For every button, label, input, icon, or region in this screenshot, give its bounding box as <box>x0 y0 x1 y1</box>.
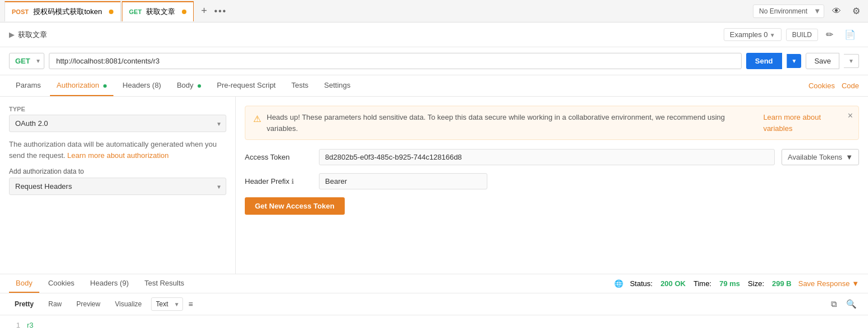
alert-icon: ⚠ <box>253 112 261 126</box>
cookies-link[interactable]: Cookies <box>808 82 835 90</box>
auth-learn-more-link[interactable]: Learn more about authorization <box>67 151 169 160</box>
body-dot <box>198 84 201 88</box>
search-icon-button[interactable]: 🔍 <box>844 297 859 311</box>
type-label: TYPE <box>9 106 226 112</box>
send-dropdown-button[interactable]: ▼ <box>787 54 802 68</box>
available-tokens-chevron-icon: ▼ <box>846 153 853 161</box>
header-prefix-info-icon[interactable]: ℹ <box>291 178 294 185</box>
send-button[interactable]: Send <box>746 53 782 69</box>
tab-get-dot <box>182 10 186 14</box>
environment-select[interactable]: No Environment <box>753 4 824 18</box>
request-title-arrow: ▶ <box>9 30 15 39</box>
type-select-wrapper[interactable]: OAuth 2.0 ▼ <box>9 115 226 132</box>
settings-icon-button[interactable]: ⚙ <box>849 3 864 19</box>
tab-params[interactable]: Params <box>9 75 48 96</box>
code-line-1: 1 r3 <box>9 321 859 329</box>
bottom-tab-cookies[interactable]: Cookies <box>42 274 81 293</box>
eye-icon-button[interactable]: 👁 <box>829 4 844 19</box>
code-area: 1 r3 <box>0 315 868 335</box>
header-prefix-input[interactable] <box>319 173 487 189</box>
bottom-tab-test-results[interactable]: Test Results <box>138 274 191 293</box>
tab-body[interactable]: Body <box>170 75 208 96</box>
tab-headers[interactable]: Headers (8) <box>116 75 168 96</box>
tab-add-button[interactable]: + <box>195 2 213 20</box>
add-to-select-wrapper[interactable]: Request Headers ▼ <box>9 178 226 195</box>
status-value: 200 OK <box>660 279 686 288</box>
edit-icon-button[interactable]: ✏ <box>823 27 837 42</box>
tab-get[interactable]: GET 获取文章 <box>122 1 194 21</box>
preview-button[interactable]: Preview <box>71 298 106 310</box>
title-right-actions: Examples 0 ▼ BUILD ✏ 📄 <box>724 27 859 42</box>
available-tokens-label: Available Tokens <box>788 153 842 161</box>
method-select[interactable]: GET <box>9 53 44 69</box>
pretty-button[interactable]: Pretty <box>9 298 39 310</box>
request-title: 获取文章 <box>18 30 724 40</box>
auth-left-panel: TYPE OAuth 2.0 ▼ The authorization data … <box>0 97 236 274</box>
tab-authorization[interactable]: Authorization <box>50 75 114 96</box>
url-input[interactable] <box>49 53 742 69</box>
size-value: 299 B <box>772 279 792 288</box>
add-to-label: Add authorization data to <box>9 168 226 175</box>
alert-space <box>756 112 758 123</box>
tab-prerequest[interactable]: Pre-request Script <box>210 75 282 96</box>
copy-icon-button[interactable]: ⧉ <box>829 297 839 311</box>
wrap-icon[interactable]: ≡ <box>186 297 195 311</box>
tab-tests[interactable]: Tests <box>285 75 315 96</box>
save-response-label: Save Response <box>798 279 850 288</box>
alert-text: Heads up! These parameters hold sensitiv… <box>267 112 750 134</box>
environment-selector[interactable]: No Environment ▼ <box>753 4 824 18</box>
build-button[interactable]: BUILD <box>786 29 818 41</box>
url-bar: GET ▼ Send ▼ Save ▼ <box>0 47 868 75</box>
header-prefix-label-text: Header Prefix <box>245 177 289 185</box>
tab-settings[interactable]: Settings <box>317 75 357 96</box>
size-label: Size: <box>748 279 764 288</box>
alert-box: ⚠ Heads up! These parameters hold sensit… <box>245 106 859 140</box>
bottom-tab-headers[interactable]: Headers (9) <box>84 274 136 293</box>
tab-get-title: 获取文章 <box>146 7 175 17</box>
text-format-wrapper[interactable]: Text ▼ <box>151 297 183 311</box>
examples-count-badge: 0 <box>764 30 768 39</box>
request-tabs: Params Authorization Headers (8) Body Pr… <box>0 75 868 97</box>
tab-post-dot <box>109 10 113 14</box>
save-response-dropdown-icon: ▼ <box>852 279 859 288</box>
header-prefix-label: Header Prefix ℹ <box>245 177 312 185</box>
visualize-button[interactable]: Visualize <box>109 298 148 310</box>
tab-more-button[interactable]: ••• <box>214 6 227 16</box>
tab-post-method: POST <box>12 8 29 15</box>
main-content: TYPE OAuth 2.0 ▼ The authorization data … <box>0 97 868 274</box>
save-button[interactable]: Save <box>806 53 839 69</box>
bottom-section: Body Cookies Headers (9) Test Results 🌐 … <box>0 274 868 335</box>
bottom-tab-body[interactable]: Body <box>9 274 39 293</box>
tab-bar: POST 授权码模式获取token GET 获取文章 + ••• No Envi… <box>0 0 868 22</box>
examples-label: Examples <box>730 30 762 39</box>
globe-icon: 🌐 <box>614 279 623 288</box>
response-icons: ⧉ 🔍 <box>829 297 859 311</box>
text-format-select[interactable]: Text <box>151 297 183 311</box>
examples-button[interactable]: Examples 0 ▼ <box>724 28 782 41</box>
available-tokens-button[interactable]: Available Tokens ▼ <box>782 149 859 165</box>
type-select[interactable]: OAuth 2.0 <box>9 115 226 132</box>
add-to-select[interactable]: Request Headers <box>9 178 226 195</box>
tab-post[interactable]: POST 授权码模式获取token <box>4 1 121 21</box>
status-label: Status: <box>630 279 652 288</box>
tab-right-actions: Cookies Code <box>808 82 859 90</box>
tab-body-label: Body <box>177 81 194 89</box>
alert-learn-more-link[interactable]: Learn more about variables <box>763 112 851 134</box>
method-wrapper[interactable]: GET ▼ <box>9 53 44 69</box>
tab-bar-right: No Environment ▼ 👁 ⚙ <box>753 3 864 19</box>
examples-chevron-icon: ▼ <box>770 32 775 38</box>
save-dropdown-button[interactable]: ▼ <box>844 54 859 68</box>
get-new-access-token-button[interactable]: Get New Access Token <box>245 197 345 215</box>
alert-close-button[interactable]: × <box>848 111 853 121</box>
header-prefix-row: Header Prefix ℹ <box>245 173 859 189</box>
code-link[interactable]: Code <box>842 82 859 90</box>
line-content-1: r3 <box>27 321 34 329</box>
response-toolbar: Pretty Raw Preview Visualize Text ▼ ≡ ⧉ … <box>0 293 868 315</box>
document-icon-button[interactable]: 📄 <box>841 27 859 42</box>
raw-button[interactable]: Raw <box>43 298 67 310</box>
tab-post-title: 授权码模式获取token <box>33 7 102 17</box>
add-to-section: Add authorization data to Request Header… <box>9 168 226 195</box>
save-response-button[interactable]: Save Response ▼ <box>798 279 859 288</box>
time-label: Time: <box>693 279 711 288</box>
access-token-input[interactable] <box>319 149 775 165</box>
